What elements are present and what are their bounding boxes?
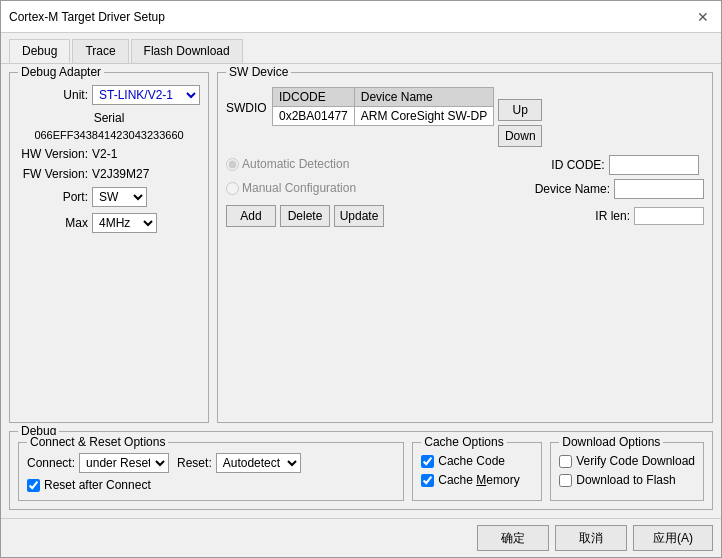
move-buttons: Up Down — [498, 79, 542, 147]
fw-version-value: V2J39M27 — [92, 167, 149, 181]
add-button[interactable]: Add — [226, 205, 276, 227]
window-title: Cortex-M Target Driver Setup — [9, 10, 165, 24]
col-device-name: Device Name — [354, 88, 493, 107]
device-name-field-row: Device Name: — [535, 179, 704, 199]
col-idcode: IDCODE — [273, 88, 355, 107]
main-window: Cortex-M Target Driver Setup ✕ Debug Tra… — [0, 0, 722, 558]
cache-code-checkbox[interactable] — [421, 455, 434, 468]
connect-reset-title: Connect & Reset Options — [27, 435, 168, 449]
debug-inner: Connect & Reset Options Connect: under R… — [18, 442, 704, 501]
fw-version-row: FW Version: V2J39M27 — [18, 167, 200, 181]
action-buttons-row: Add Delete Update IR len: — [226, 205, 704, 227]
ok-button[interactable]: 确定 — [477, 525, 549, 551]
max-select[interactable]: 4MHz 1MHz 8MHz — [92, 213, 157, 233]
connect-reset-box: Connect & Reset Options Connect: under R… — [18, 442, 404, 501]
cache-memory-row: Cache Memory — [421, 473, 533, 487]
ir-len-label: IR len: — [595, 209, 630, 223]
manual-configuration-label: Manual Configuration — [226, 181, 356, 195]
reset-select[interactable]: Autodetect Software Hardware — [216, 453, 301, 473]
title-bar: Cortex-M Target Driver Setup ✕ — [1, 1, 721, 33]
id-code-label: ID CODE: — [535, 158, 605, 172]
detection-col: Automatic Detection Manual Configuration — [226, 151, 356, 199]
close-button[interactable]: ✕ — [693, 9, 713, 25]
table-with-label: SWDIO IDCODE Device Name — [226, 79, 494, 147]
detection-and-right: Automatic Detection Manual Configuration — [226, 151, 704, 199]
cache-memory-label: Cache Memory — [438, 473, 519, 487]
cache-memory-checkbox[interactable] — [421, 474, 434, 487]
hw-version-value: V2-1 — [92, 147, 117, 161]
hw-version-row: HW Version: V2-1 — [18, 147, 200, 161]
cancel-button[interactable]: 取消 — [555, 525, 627, 551]
update-button[interactable]: Update — [334, 205, 384, 227]
port-row: Port: SW JTAG — [18, 187, 200, 207]
top-row: Debug Adapter Unit: ST-LINK/V2-1 Serial … — [9, 72, 713, 423]
tab-debug[interactable]: Debug — [9, 39, 70, 63]
ir-len-input[interactable] — [634, 207, 704, 225]
table-row[interactable]: 0x2BA01477 ARM CoreSight SW-DP — [273, 107, 494, 126]
download-to-flash-label: Download to Flash — [576, 473, 675, 487]
connect-label: Connect: — [27, 456, 75, 470]
automatic-detection-label: Automatic Detection — [226, 157, 349, 171]
id-code-field-row: ID CODE: — [535, 155, 704, 175]
cell-device-name: ARM CoreSight SW-DP — [354, 107, 493, 126]
debug-adapter-group: Debug Adapter Unit: ST-LINK/V2-1 Serial … — [9, 72, 209, 423]
cache-options-box: Cache Options Cache Code Cache Memory — [412, 442, 542, 501]
detection-row: Automatic Detection — [226, 157, 356, 171]
automatic-detection-radio[interactable] — [226, 158, 239, 171]
debug-adapter-title: Debug Adapter — [18, 65, 104, 79]
content-area: Debug Adapter Unit: ST-LINK/V2-1 Serial … — [1, 64, 721, 518]
delete-button[interactable]: Delete — [280, 205, 330, 227]
cache-options-title: Cache Options — [421, 435, 506, 449]
port-label: Port: — [18, 190, 88, 204]
footer-buttons: 确定 取消 应用(A) — [1, 518, 721, 557]
unit-label: Unit: — [18, 88, 88, 102]
connect-select[interactable]: under Reset Normal with Pre-reset — [79, 453, 169, 473]
sw-device-group: SW Device SWDIO IDCODE Device Name — [217, 72, 713, 423]
fw-version-label: FW Version: — [18, 167, 88, 181]
sw-table-container: IDCODE Device Name 0x2BA01477 ARM CoreSi… — [272, 79, 494, 126]
reset-after-connect-row: Reset after Connect — [27, 478, 395, 492]
move-down-button[interactable]: Down — [498, 125, 542, 147]
device-name-input[interactable] — [614, 179, 704, 199]
unit-row: Unit: ST-LINK/V2-1 — [18, 85, 200, 105]
swdio-label: SWDIO — [226, 79, 268, 115]
download-to-flash-row: Download to Flash — [559, 473, 695, 487]
ir-len-row: IR len: — [595, 207, 704, 225]
verify-code-row: Verify Code Download — [559, 454, 695, 468]
verify-code-checkbox[interactable] — [559, 455, 572, 468]
sw-table-wrap: SWDIO IDCODE Device Name — [226, 79, 704, 147]
cache-code-row: Cache Code — [421, 454, 533, 468]
sw-device-title: SW Device — [226, 65, 291, 79]
id-code-input[interactable] — [609, 155, 699, 175]
sw-device-table: IDCODE Device Name 0x2BA01477 ARM CoreSi… — [272, 87, 494, 126]
connect-row: Connect: under Reset Normal with Pre-res… — [27, 453, 395, 473]
unit-select[interactable]: ST-LINK/V2-1 — [92, 85, 200, 105]
manual-configuration-radio[interactable] — [226, 182, 239, 195]
reset-after-connect-checkbox[interactable] — [27, 479, 40, 492]
max-row: Max 4MHz 1MHz 8MHz — [18, 213, 200, 233]
manual-config-row: Manual Configuration — [226, 181, 356, 195]
tabs-bar: Debug Trace Flash Download — [1, 33, 721, 64]
tab-trace[interactable]: Trace — [72, 39, 128, 63]
serial-label: Serial — [18, 111, 200, 125]
download-options-title: Download Options — [559, 435, 663, 449]
tab-flash-download[interactable]: Flash Download — [131, 39, 243, 63]
device-name-label: Device Name: — [535, 182, 610, 196]
cache-code-label: Cache Code — [438, 454, 505, 468]
verify-code-label: Verify Code Download — [576, 454, 695, 468]
max-label: Max — [18, 216, 88, 230]
reset-after-connect-label: Reset after Connect — [44, 478, 151, 492]
right-fields: ID CODE: Device Name: — [535, 155, 704, 199]
reset-label: Reset: — [177, 456, 212, 470]
move-up-button[interactable]: Up — [498, 99, 542, 121]
serial-section: Serial 066EFF343841423043233660 — [18, 111, 200, 141]
download-to-flash-checkbox[interactable] — [559, 474, 572, 487]
download-options-box: Download Options Verify Code Download Do… — [550, 442, 704, 501]
cell-idcode: 0x2BA01477 — [273, 107, 355, 126]
hw-version-label: HW Version: — [18, 147, 88, 161]
port-select[interactable]: SW JTAG — [92, 187, 147, 207]
debug-section: Debug Connect & Reset Options Connect: u… — [9, 431, 713, 510]
apply-button[interactable]: 应用(A) — [633, 525, 713, 551]
serial-value: 066EFF343841423043233660 — [18, 129, 200, 141]
